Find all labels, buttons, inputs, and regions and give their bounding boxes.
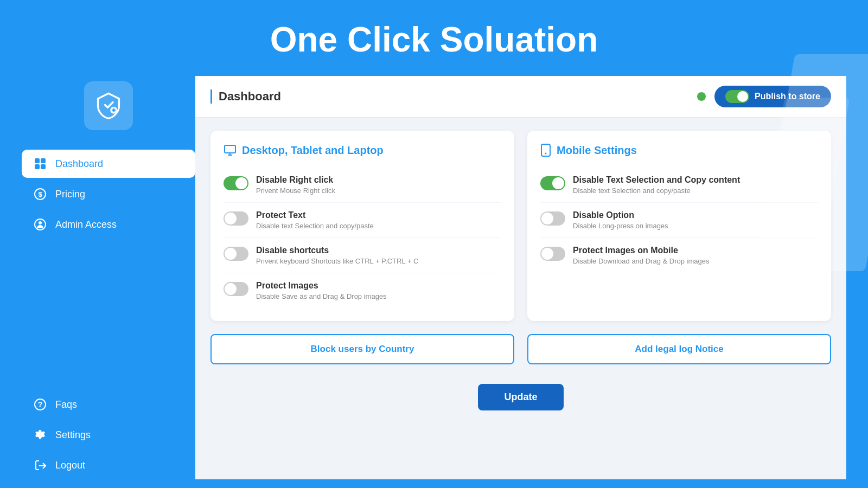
user-shield-icon bbox=[33, 217, 48, 232]
feature-label: Disable Option bbox=[573, 210, 668, 220]
svg-point-8 bbox=[39, 221, 42, 224]
publish-label: Publish to store bbox=[755, 92, 820, 101]
sidebar-item-logout[interactable]: Logout bbox=[22, 451, 195, 479]
svg-rect-1 bbox=[35, 158, 40, 163]
sidebar-item-admin-label: Admin Access bbox=[55, 219, 117, 230]
question-icon: ? bbox=[33, 397, 48, 412]
feature-disable-option: Disable Option Disable Long-press on ima… bbox=[540, 203, 818, 238]
svg-rect-15 bbox=[541, 144, 550, 156]
sidebar-item-faqs-label: Faqs bbox=[55, 399, 77, 410]
dashboard-title: Dashboard bbox=[210, 89, 281, 104]
svg-rect-4 bbox=[41, 164, 46, 169]
feature-desc: Disable text Selection and copy/paste bbox=[573, 187, 740, 195]
grid-icon bbox=[33, 156, 48, 171]
feature-desc: Disable Download and Drag & Drop images bbox=[573, 257, 709, 265]
dollar-icon: $ bbox=[33, 187, 48, 202]
svg-rect-2 bbox=[41, 158, 46, 163]
sidebar-item-dashboard-label: Dashboard bbox=[55, 158, 103, 170]
nav-items: Dashboard $ Pricing bbox=[22, 150, 195, 239]
svg-text:?: ? bbox=[38, 400, 43, 409]
feature-disable-shortcuts: Disable shortcuts Privent keyboard Short… bbox=[224, 238, 501, 273]
sidebar-item-faqs[interactable]: ? Faqs bbox=[22, 390, 195, 419]
svg-rect-3 bbox=[35, 164, 40, 169]
feature-label: Protect Images bbox=[256, 281, 387, 291]
feature-label: Protect Images on Mobile bbox=[573, 246, 709, 255]
sidebar-item-settings[interactable]: Settings bbox=[22, 421, 195, 449]
sidebar-item-pricing-label: Pricing bbox=[55, 189, 85, 200]
feature-disable-text-selection: Disable Text Selection and Copy content … bbox=[540, 168, 818, 203]
feature-disable-right-click: Disable Right click Privent Mouse Right … bbox=[224, 168, 501, 203]
toggle-thumb bbox=[737, 91, 748, 102]
update-section: Update bbox=[195, 375, 846, 423]
toggle-disable-shortcuts[interactable] bbox=[224, 247, 248, 261]
feature-desc: Privent Mouse Right click bbox=[256, 187, 335, 195]
toggle-protect-images-mobile[interactable] bbox=[540, 247, 565, 261]
update-button[interactable]: Update bbox=[478, 384, 563, 410]
dashboard-controls: Publish to store bbox=[697, 86, 831, 107]
svg-rect-12 bbox=[225, 145, 235, 153]
toggle-protect-images[interactable] bbox=[224, 282, 248, 296]
toggle-track bbox=[725, 90, 749, 103]
feature-desc: Disable Save as and Drag & Drop images bbox=[256, 292, 387, 300]
sidebar-item-pricing[interactable]: $ Pricing bbox=[22, 180, 195, 208]
toggle-disable-option[interactable] bbox=[540, 211, 565, 226]
action-buttons: Block users by Country Add legal log Not… bbox=[195, 334, 846, 375]
desktop-section-title: Desktop, Tablet and Laptop bbox=[224, 144, 501, 157]
logo-box bbox=[84, 81, 133, 130]
feature-label: Disable shortcuts bbox=[256, 246, 418, 255]
publish-toggle-button[interactable]: Publish to store bbox=[714, 86, 831, 107]
feature-label: Disable Text Selection and Copy content bbox=[573, 175, 740, 185]
main-layout: Dashboard $ Pricing bbox=[0, 76, 868, 479]
feature-desc: Privent keyboard Shortcuts like CTRL + P… bbox=[256, 257, 418, 265]
page-title: One Click Soluation bbox=[0, 20, 868, 60]
cards-grid: Desktop, Tablet and Laptop Disable Right… bbox=[195, 118, 846, 334]
mobile-section-card: Mobile Settings Disable Text Selection a… bbox=[527, 131, 831, 321]
sidebar: Dashboard $ Pricing bbox=[22, 76, 195, 479]
shield-icon bbox=[94, 92, 123, 120]
toggle-disable-right-click[interactable] bbox=[224, 176, 248, 190]
toggle-protect-text[interactable] bbox=[224, 211, 248, 226]
desktop-icon bbox=[224, 144, 237, 157]
mobile-section-title: Mobile Settings bbox=[540, 144, 818, 157]
feature-protect-text: Protect Text Disable text Selection and … bbox=[224, 203, 501, 238]
logout-icon bbox=[33, 458, 48, 473]
toggle-disable-text-selection[interactable] bbox=[540, 176, 565, 190]
feature-label: Protect Text bbox=[256, 210, 374, 220]
sidebar-item-settings-label: Settings bbox=[55, 429, 91, 441]
desktop-section-card: Desktop, Tablet and Laptop Disable Right… bbox=[210, 131, 514, 321]
feature-protect-images: Protect Images Disable Save as and Drag … bbox=[224, 273, 501, 308]
status-dot bbox=[697, 92, 706, 101]
feature-protect-images-mobile: Protect Images on Mobile Disable Downloa… bbox=[540, 238, 818, 273]
gear-icon bbox=[33, 427, 48, 442]
feature-desc: Disable text Selection and copy/paste bbox=[256, 222, 374, 230]
page-header: One Click Soluation bbox=[0, 0, 868, 76]
feature-desc: Disable Long-press on images bbox=[573, 222, 668, 230]
content-area: Dashboard Publish to store bbox=[195, 76, 846, 479]
sidebar-bottom-nav: ? Faqs Settings bbox=[22, 239, 195, 479]
mobile-icon bbox=[540, 144, 551, 157]
feature-label: Disable Right click bbox=[256, 175, 335, 185]
sidebar-item-dashboard[interactable]: Dashboard bbox=[22, 150, 195, 178]
block-users-button[interactable]: Block users by Country bbox=[210, 334, 514, 364]
legal-log-button[interactable]: Add legal log Notice bbox=[527, 334, 831, 364]
svg-text:$: $ bbox=[38, 190, 42, 198]
sidebar-item-logout-label: Logout bbox=[55, 460, 85, 471]
dashboard-bar: Dashboard Publish to store bbox=[195, 76, 846, 118]
sidebar-item-admin-access[interactable]: Admin Access bbox=[22, 210, 195, 239]
